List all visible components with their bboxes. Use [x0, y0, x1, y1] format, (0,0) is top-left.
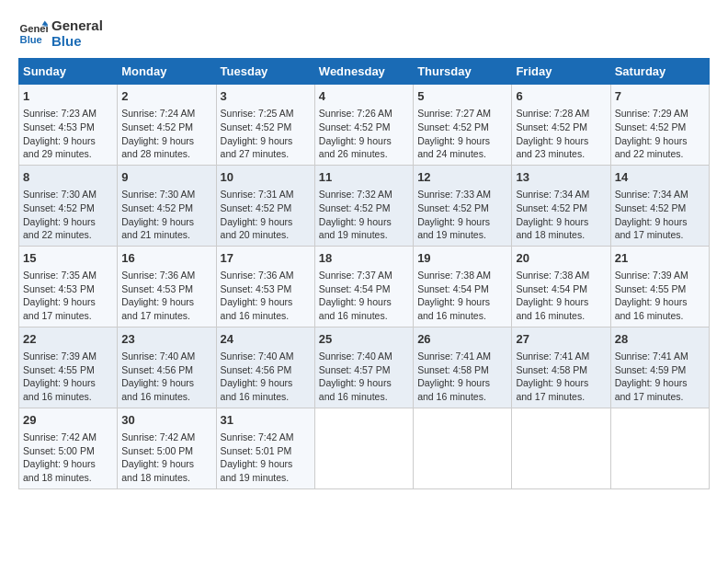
day-info: Sunrise: 7:41 AMSunset: 4:59 PMDaylight:… — [615, 350, 688, 402]
day-cell: 3Sunrise: 7:25 AMSunset: 4:52 PMDaylight… — [216, 85, 314, 166]
day-cell: 21Sunrise: 7:39 AMSunset: 4:55 PMDayligh… — [610, 246, 709, 327]
day-number: 15 — [23, 250, 113, 267]
day-cell — [414, 408, 512, 488]
logo: General Blue General Blue — [18, 18, 103, 49]
day-cell: 14Sunrise: 7:34 AMSunset: 4:52 PMDayligh… — [610, 165, 709, 246]
day-info: Sunrise: 7:42 AMSunset: 5:00 PMDaylight:… — [121, 431, 195, 483]
day-number: 2 — [121, 88, 211, 105]
day-number: 20 — [516, 250, 606, 267]
day-number: 27 — [516, 331, 606, 348]
header-sunday: Sunday — [19, 59, 118, 85]
day-info: Sunrise: 7:38 AMSunset: 4:54 PMDaylight:… — [516, 270, 589, 321]
day-info: Sunrise: 7:36 AMSunset: 4:53 PMDaylight:… — [221, 270, 294, 321]
day-number: 26 — [417, 331, 507, 348]
day-number: 4 — [319, 88, 409, 105]
day-info: Sunrise: 7:32 AMSunset: 4:52 PMDaylight:… — [319, 189, 392, 240]
day-cell: 1Sunrise: 7:23 AMSunset: 4:53 PMDaylight… — [19, 85, 118, 166]
day-info: Sunrise: 7:40 AMSunset: 4:56 PMDaylight:… — [121, 350, 195, 402]
svg-text:Blue: Blue — [20, 33, 42, 44]
day-number: 8 — [23, 169, 113, 186]
day-info: Sunrise: 7:34 AMSunset: 4:52 PMDaylight:… — [615, 189, 688, 240]
day-cell: 28Sunrise: 7:41 AMSunset: 4:59 PMDayligh… — [610, 327, 709, 408]
day-cell: 20Sunrise: 7:38 AMSunset: 4:54 PMDayligh… — [512, 246, 610, 327]
day-info: Sunrise: 7:23 AMSunset: 4:53 PMDaylight:… — [23, 108, 97, 159]
day-info: Sunrise: 7:36 AMSunset: 4:53 PMDaylight:… — [121, 270, 195, 321]
day-cell: 16Sunrise: 7:36 AMSunset: 4:53 PMDayligh… — [118, 246, 216, 327]
day-cell: 9Sunrise: 7:30 AMSunset: 4:52 PMDaylight… — [118, 165, 216, 246]
day-cell — [610, 408, 709, 488]
day-cell: 30Sunrise: 7:42 AMSunset: 5:00 PMDayligh… — [118, 408, 216, 488]
header-wednesday: Wednesday — [314, 59, 413, 85]
week-row-3: 15Sunrise: 7:35 AMSunset: 4:53 PMDayligh… — [19, 246, 710, 327]
day-number: 19 — [417, 250, 507, 267]
calendar-table: SundayMondayTuesdayWednesdayThursdayFrid… — [18, 58, 710, 489]
day-info: Sunrise: 7:38 AMSunset: 4:54 PMDaylight:… — [417, 270, 491, 321]
day-info: Sunrise: 7:30 AMSunset: 4:52 PMDaylight:… — [121, 189, 195, 240]
day-info: Sunrise: 7:33 AMSunset: 4:52 PMDaylight:… — [417, 189, 491, 240]
header-saturday: Saturday — [610, 59, 709, 85]
day-number: 25 — [319, 331, 409, 348]
day-number: 3 — [221, 88, 311, 105]
day-cell: 23Sunrise: 7:40 AMSunset: 4:56 PMDayligh… — [118, 327, 216, 408]
day-cell: 26Sunrise: 7:41 AMSunset: 4:58 PMDayligh… — [414, 327, 512, 408]
day-info: Sunrise: 7:41 AMSunset: 4:58 PMDaylight:… — [417, 350, 491, 402]
day-number: 1 — [23, 88, 113, 105]
header-row: SundayMondayTuesdayWednesdayThursdayFrid… — [19, 59, 710, 85]
day-number: 28 — [615, 331, 705, 348]
header-thursday: Thursday — [414, 59, 512, 85]
day-info: Sunrise: 7:39 AMSunset: 4:55 PMDaylight:… — [615, 270, 688, 321]
week-row-2: 8Sunrise: 7:30 AMSunset: 4:52 PMDaylight… — [19, 165, 710, 246]
day-number: 22 — [23, 331, 113, 348]
day-cell — [512, 408, 610, 488]
day-cell: 11Sunrise: 7:32 AMSunset: 4:52 PMDayligh… — [314, 165, 413, 246]
day-cell: 5Sunrise: 7:27 AMSunset: 4:52 PMDaylight… — [414, 85, 512, 166]
day-number: 10 — [221, 169, 311, 186]
header-monday: Monday — [118, 59, 216, 85]
day-number: 21 — [615, 250, 705, 267]
day-cell: 4Sunrise: 7:26 AMSunset: 4:52 PMDaylight… — [314, 85, 413, 166]
day-cell: 24Sunrise: 7:40 AMSunset: 4:56 PMDayligh… — [216, 327, 314, 408]
logo-line2: Blue — [51, 34, 103, 50]
day-number: 5 — [417, 88, 507, 105]
day-cell: 18Sunrise: 7:37 AMSunset: 4:54 PMDayligh… — [314, 246, 413, 327]
day-info: Sunrise: 7:25 AMSunset: 4:52 PMDaylight:… — [221, 108, 294, 159]
day-number: 31 — [221, 412, 311, 429]
day-info: Sunrise: 7:37 AMSunset: 4:54 PMDaylight:… — [319, 270, 392, 321]
day-info: Sunrise: 7:26 AMSunset: 4:52 PMDaylight:… — [319, 108, 392, 159]
day-cell: 6Sunrise: 7:28 AMSunset: 4:52 PMDaylight… — [512, 85, 610, 166]
day-number: 12 — [417, 169, 507, 186]
day-info: Sunrise: 7:35 AMSunset: 4:53 PMDaylight:… — [23, 270, 97, 321]
day-number: 18 — [319, 250, 409, 267]
day-cell: 17Sunrise: 7:36 AMSunset: 4:53 PMDayligh… — [216, 246, 314, 327]
day-cell: 27Sunrise: 7:41 AMSunset: 4:58 PMDayligh… — [512, 327, 610, 408]
day-cell: 7Sunrise: 7:29 AMSunset: 4:52 PMDaylight… — [610, 85, 709, 166]
header-friday: Friday — [512, 59, 610, 85]
day-info: Sunrise: 7:28 AMSunset: 4:52 PMDaylight:… — [516, 108, 589, 159]
week-row-1: 1Sunrise: 7:23 AMSunset: 4:53 PMDaylight… — [19, 85, 710, 166]
day-cell: 19Sunrise: 7:38 AMSunset: 4:54 PMDayligh… — [414, 246, 512, 327]
day-cell: 13Sunrise: 7:34 AMSunset: 4:52 PMDayligh… — [512, 165, 610, 246]
week-row-4: 22Sunrise: 7:39 AMSunset: 4:55 PMDayligh… — [19, 327, 710, 408]
day-info: Sunrise: 7:31 AMSunset: 4:52 PMDaylight:… — [221, 189, 294, 240]
day-cell — [314, 408, 413, 488]
day-cell: 22Sunrise: 7:39 AMSunset: 4:55 PMDayligh… — [19, 327, 118, 408]
logo-icon: General Blue — [18, 19, 48, 49]
day-number: 6 — [516, 88, 606, 105]
day-info: Sunrise: 7:30 AMSunset: 4:52 PMDaylight:… — [23, 189, 97, 240]
day-cell: 29Sunrise: 7:42 AMSunset: 5:00 PMDayligh… — [19, 408, 118, 488]
header-tuesday: Tuesday — [216, 59, 314, 85]
day-number: 13 — [516, 169, 606, 186]
day-cell: 31Sunrise: 7:42 AMSunset: 5:01 PMDayligh… — [216, 408, 314, 488]
day-info: Sunrise: 7:27 AMSunset: 4:52 PMDaylight:… — [417, 108, 491, 159]
day-number: 16 — [121, 250, 211, 267]
day-cell: 15Sunrise: 7:35 AMSunset: 4:53 PMDayligh… — [19, 246, 118, 327]
week-row-5: 29Sunrise: 7:42 AMSunset: 5:00 PMDayligh… — [19, 408, 710, 488]
day-info: Sunrise: 7:40 AMSunset: 4:57 PMDaylight:… — [319, 350, 392, 402]
day-cell: 8Sunrise: 7:30 AMSunset: 4:52 PMDaylight… — [19, 165, 118, 246]
day-number: 17 — [221, 250, 311, 267]
day-info: Sunrise: 7:34 AMSunset: 4:52 PMDaylight:… — [516, 189, 589, 240]
day-number: 14 — [615, 169, 705, 186]
day-info: Sunrise: 7:24 AMSunset: 4:52 PMDaylight:… — [121, 108, 195, 159]
day-number: 30 — [121, 412, 211, 429]
day-number: 29 — [23, 412, 113, 429]
